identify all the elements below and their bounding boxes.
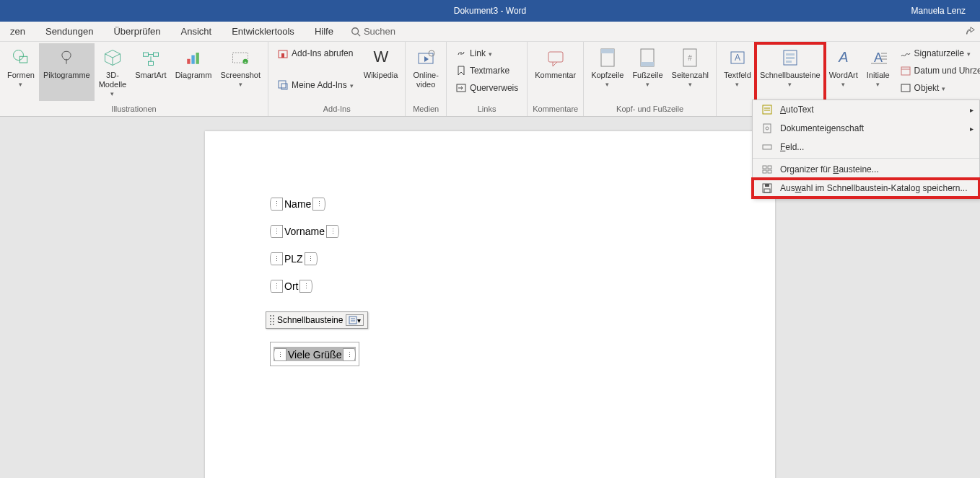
- menu-organizer[interactable]: Organizer für Bausteine...Organizer für …: [753, 160, 979, 179]
- kommentar-button[interactable]: Kommentar: [530, 43, 580, 101]
- page[interactable]: ⋮Name⋮ ⋮Vorname⋮ ⋮PLZ⋮ ⋮Ort⋮ Schnellbaus…: [205, 131, 775, 478]
- menu-autotext[interactable]: AAutoTextutoText ▸: [753, 100, 979, 119]
- svg-rect-55: [765, 184, 769, 187]
- svg-text:A: A: [838, 49, 848, 65]
- field-name[interactable]: ⋮Name⋮: [270, 196, 710, 211]
- svg-point-48: [766, 127, 769, 130]
- screenshot-button[interactable]: + Screenshot▾: [216, 43, 265, 101]
- menu-feld[interactable]: Feld...Feld...: [753, 138, 979, 156]
- kopfzeile-button[interactable]: Kopfzeile▾: [587, 43, 628, 101]
- menu-dokeigenschaft[interactable]: Dokumenteigenschaft ▸: [753, 119, 979, 138]
- svg-rect-57: [349, 317, 356, 324]
- link-button[interactable]: Link▾: [452, 45, 521, 62]
- textbox-icon: A: [729, 48, 746, 68]
- 3dmodelle-button[interactable]: 3D- Modelle▾: [95, 43, 131, 101]
- meine-addins-button[interactable]: Meine Add-Ins▾: [274, 76, 356, 94]
- group-label-illustrationen: Illustrationen: [0, 103, 268, 116]
- querverweis-button[interactable]: Querverweis: [452, 79, 521, 97]
- shapes-icon: [11, 48, 31, 68]
- formen-button[interactable]: Formen▾: [3, 43, 39, 101]
- search-label: Suchen: [364, 26, 395, 37]
- svg-text:A: A: [735, 53, 740, 63]
- field-icon: [761, 141, 773, 153]
- svg-rect-6: [148, 61, 153, 65]
- svg-rect-33: [786, 57, 795, 59]
- search-icon: [351, 27, 361, 37]
- search-box[interactable]: Suchen: [351, 26, 395, 37]
- svg-rect-43: [901, 84, 910, 92]
- objekt-button[interactable]: Objekt▾: [897, 79, 980, 97]
- selected-block[interactable]: ⋮Viele Grüße⋮: [270, 342, 359, 366]
- svg-line-1: [358, 33, 361, 36]
- tab-ueberpruefen[interactable]: Überprüfen: [103, 22, 170, 41]
- svg-rect-4: [143, 53, 148, 56]
- chart-icon: [183, 48, 204, 68]
- group-label-medien: Medien: [406, 103, 445, 116]
- field-vorname[interactable]: ⋮Vorname⋮: [270, 223, 710, 238]
- svg-point-2: [13, 50, 23, 61]
- crossref-icon: [455, 82, 467, 94]
- bookmark-icon: [455, 65, 467, 76]
- schnellbausteine-button[interactable]: Schnellbausteine▾: [756, 43, 825, 101]
- document-title: Dokument3 - Word: [454, 6, 526, 16]
- signatur-button[interactable]: Signaturzeile▾: [897, 45, 980, 62]
- docprop-icon: [761, 123, 773, 134]
- svg-rect-44: [763, 105, 771, 114]
- share-icon[interactable]: [966, 26, 976, 36]
- screenshot-icon: +: [230, 48, 250, 68]
- mini-toolbar[interactable]: Schnellbausteine ▾: [266, 311, 368, 329]
- tab-partial[interactable]: zen: [0, 22, 35, 41]
- svg-rect-14: [281, 53, 284, 58]
- title-bar: Dokument3 - Word Manuela Lenz: [0, 0, 980, 22]
- dropcap-icon: A: [868, 48, 888, 68]
- addins-icon: [277, 79, 289, 91]
- pagenumber-icon: #: [681, 48, 699, 68]
- drag-handle-icon[interactable]: [270, 315, 274, 325]
- group-label-addins: Add-Ins: [268, 103, 405, 116]
- textmarke-button[interactable]: Textmarke: [452, 62, 521, 79]
- svg-rect-22: [548, 52, 563, 62]
- group-medien: Online- video Medien: [406, 42, 446, 116]
- svg-rect-41: [901, 67, 910, 75]
- autotext-icon: [761, 104, 773, 115]
- svg-rect-15: [279, 81, 286, 88]
- svg-rect-49: [763, 145, 771, 149]
- object-icon: [900, 82, 911, 94]
- tab-entwicklertools[interactable]: Entwicklertools: [222, 22, 305, 41]
- tab-hilfe[interactable]: Hilfe: [305, 22, 344, 41]
- wordart-button[interactable]: A WordArt▾: [825, 43, 862, 101]
- onlinevideo-button[interactable]: Online- video: [408, 43, 442, 101]
- tab-ansicht[interactable]: Ansicht: [171, 22, 222, 41]
- datetime-icon: [900, 65, 911, 76]
- field-plz[interactable]: ⋮PLZ⋮: [270, 251, 710, 265]
- smartart-button[interactable]: SmartArt: [131, 43, 170, 101]
- svg-rect-9: [196, 53, 199, 64]
- footer-icon: [639, 48, 656, 68]
- datum-button[interactable]: Datum und Uhrzeit: [897, 62, 980, 79]
- schnellbausteine-menu: AAutoTextutoText ▸ Dokumenteigenschaft ▸…: [752, 99, 980, 198]
- svg-rect-16: [281, 84, 287, 89]
- wikipedia-button[interactable]: W Wikipedia: [359, 43, 403, 101]
- svg-rect-56: [764, 189, 770, 192]
- addins-abrufen-button[interactable]: Add-Ins abrufen: [274, 45, 356, 62]
- quickparts-small-icon: [349, 316, 357, 324]
- diagramm-button[interactable]: Diagramm: [171, 43, 216, 101]
- svg-rect-51: [768, 166, 771, 169]
- menu-speichern[interactable]: Auswahl im Schnellbaustein-Katalog speic…: [753, 179, 979, 198]
- ribbon-tabs: zen Sendungen Überprüfen Ansicht Entwick…: [0, 22, 980, 42]
- field-ort[interactable]: ⋮Ort⋮: [270, 278, 710, 293]
- seitenzahl-button[interactable]: # Seitenzahl▾: [668, 43, 713, 101]
- svg-rect-5: [153, 53, 158, 56]
- fusszeile-button[interactable]: Fußzeile▾: [628, 43, 667, 101]
- svg-text:+: +: [245, 60, 247, 64]
- wikipedia-icon: W: [371, 48, 391, 68]
- initiale-button[interactable]: A Initiale▾: [862, 43, 894, 101]
- mini-toolbar-dropdown[interactable]: ▾: [346, 314, 364, 326]
- svg-rect-32: [786, 53, 795, 56]
- tab-sendungen[interactable]: Sendungen: [35, 22, 104, 41]
- group-label-kommentare: Kommentare: [528, 103, 583, 116]
- chevron-right-icon: ▸: [970, 106, 974, 114]
- textfeld-button[interactable]: A Textfeld▾: [719, 43, 756, 101]
- group-kopffuss: Kopfzeile▾ Fußzeile▾ # Seitenzahl▾ Kopf-…: [584, 42, 717, 116]
- piktogramme-button[interactable]: Piktogramme: [39, 43, 95, 101]
